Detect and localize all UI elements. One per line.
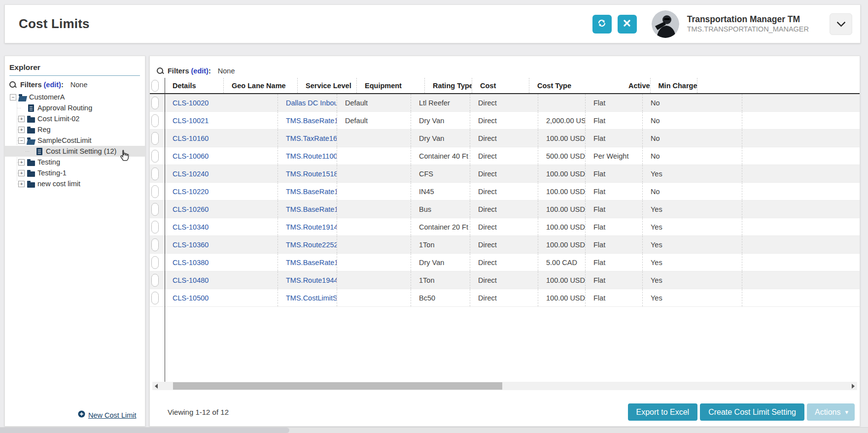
cell-geo-lane-link[interactable]: TMS.BaseRate19100 — [278, 112, 337, 129]
column-header[interactable]: Active — [621, 78, 651, 93]
user-avatar[interactable] — [652, 10, 679, 38]
cell-geo-lane-link[interactable]: TMS.Route19140 — [278, 218, 337, 235]
cell-details-link[interactable]: CLS-10060 — [165, 147, 278, 165]
cell-details-link[interactable]: CLS-10240 — [165, 165, 278, 182]
column-header[interactable]: Geo Lane Name — [224, 78, 298, 93]
column-header[interactable]: Cost Type — [529, 78, 621, 93]
cell-details-link[interactable]: CLS-10360 — [165, 236, 278, 253]
page-horizontal-scrollbar[interactable] — [0, 427, 868, 433]
user-menu-button[interactable] — [830, 13, 852, 35]
cell-service-level[interactable] — [337, 147, 411, 165]
new-cost-limit-link[interactable]: New Cost Limit — [78, 410, 137, 420]
tree-item[interactable]: Reg — [5, 124, 145, 135]
row-handle[interactable] — [151, 274, 159, 287]
cell-service-level[interactable] — [337, 130, 411, 147]
expander-icon[interactable] — [18, 159, 25, 166]
expander-icon[interactable] — [18, 137, 25, 144]
tree-item[interactable]: SampleCostLimit — [5, 135, 145, 146]
create-cost-limit-setting-button[interactable]: Create Cost Limit Setting — [700, 403, 804, 421]
tree-item[interactable]: new cost limit — [5, 178, 145, 189]
expander-icon[interactable] — [10, 94, 16, 100]
cell-geo-lane-link[interactable]: TMS.BaseRate19280 — [278, 200, 337, 218]
cell-service-level[interactable] — [337, 289, 411, 306]
cell-service-level[interactable]: Default — [337, 112, 411, 129]
cell-details-link[interactable]: CLS-10260 — [165, 200, 278, 218]
cell-service-level[interactable] — [337, 165, 411, 182]
scroll-right-arrow[interactable] — [849, 382, 857, 390]
cell-service-level[interactable] — [337, 183, 411, 200]
actions-dropdown-button[interactable]: Actions ▾ — [807, 403, 855, 421]
row-handle[interactable] — [151, 150, 159, 163]
column-header[interactable]: Cost — [472, 78, 529, 93]
tree-item[interactable]: Cost Limit-02 — [5, 113, 145, 124]
cell-geo-lane-link[interactable]: TMS.CostLimitSetting23761 — [278, 289, 337, 306]
cell-geo-lane-link[interactable]: TMS.BaseRate19560 — [278, 183, 337, 200]
column-header[interactable]: Details — [165, 78, 224, 93]
table-row[interactable]: CLS-10021 TMS.BaseRate19100 Default Dry … — [150, 112, 860, 130]
expander-icon[interactable] — [18, 181, 25, 187]
table-row[interactable]: CLS-10360 TMS.Route22521 1Ton Direct 100… — [150, 236, 860, 254]
cell-service-level[interactable] — [337, 218, 411, 235]
cell-details-link[interactable]: CLS-10380 — [165, 254, 278, 271]
table-row[interactable]: CLS-10480 TMS.Route19440 1Ton Direct 100… — [150, 271, 860, 289]
expander-icon[interactable] — [18, 170, 25, 176]
cell-service-level[interactable]: Default — [337, 94, 411, 111]
scroll-left-arrow[interactable] — [152, 382, 160, 390]
tree-item[interactable]: Approval Routing — [5, 102, 145, 113]
close-button[interactable] — [618, 15, 637, 33]
table-row[interactable]: CLS-10380 TMS.BaseRate19100 Dry Van Dire… — [150, 254, 860, 271]
column-header[interactable]: Equipment — [357, 78, 425, 93]
cell-geo-lane-link[interactable]: TMS.Route15180 — [278, 165, 337, 182]
tree-item[interactable]: CustomerA — [5, 92, 145, 102]
row-handle[interactable] — [151, 132, 159, 145]
table-horizontal-scrollbar[interactable] — [152, 382, 857, 390]
row-handle[interactable] — [151, 185, 159, 198]
cell-service-level[interactable] — [337, 200, 411, 218]
cell-service-level[interactable] — [337, 254, 411, 271]
row-handle[interactable] — [151, 114, 159, 127]
row-handle[interactable] — [151, 97, 159, 109]
cell-details-link[interactable]: CLS-10021 — [165, 112, 278, 129]
table-row[interactable]: CLS-10500 TMS.CostLimitSetting23761 Bc50… — [150, 289, 860, 307]
row-handle[interactable] — [151, 221, 159, 233]
expander-icon[interactable] — [18, 116, 25, 122]
row-handle[interactable] — [151, 292, 159, 304]
export-to-excel-button[interactable]: Export to Excel — [628, 403, 698, 421]
row-handle[interactable] — [151, 80, 159, 92]
cell-details-link[interactable]: CLS-10220 — [165, 183, 278, 200]
table-row[interactable]: CLS-10260 TMS.BaseRate19280 Bus Direct 1… — [150, 200, 860, 218]
table-row[interactable]: CLS-10340 TMS.Route19140 Container 20 Ft… — [150, 218, 860, 236]
cell-geo-lane-link[interactable]: TMS.Route19440 — [278, 271, 337, 289]
cell-service-level[interactable] — [337, 271, 411, 289]
cell-details-link[interactable]: CLS-10160 — [165, 130, 278, 147]
column-header[interactable]: Service Level — [298, 78, 357, 93]
filters-edit-link[interactable]: (edit) — [44, 81, 61, 89]
cell-details-link[interactable]: CLS-10480 — [165, 271, 278, 289]
refresh-button[interactable] — [592, 15, 612, 33]
row-handle[interactable] — [151, 256, 159, 269]
cell-details-link[interactable]: CLS-10500 — [165, 289, 278, 306]
table-row[interactable]: CLS-10020 Dallas DC Inbound Lane Default… — [150, 94, 860, 112]
row-handle[interactable] — [151, 238, 159, 251]
cell-geo-lane-link[interactable]: Dallas DC Inbound Lane — [278, 94, 337, 111]
expander-icon[interactable] — [18, 127, 25, 133]
table-row[interactable]: CLS-10160 TMS.TaxRate16180 Dry Van Direc… — [150, 130, 860, 147]
cell-geo-lane-link[interactable]: TMS.TaxRate16180 — [278, 130, 337, 147]
table-row[interactable]: CLS-10220 TMS.BaseRate19560 IN45 Direct … — [150, 183, 860, 200]
table-row[interactable]: CLS-10240 TMS.Route15180 CFS Direct 100.… — [150, 165, 860, 183]
page-scrollbar-thumb[interactable] — [0, 428, 289, 433]
cell-geo-lane-link[interactable]: TMS.Route11000 — [278, 147, 337, 165]
tree-item[interactable]: Testing-1 — [5, 167, 145, 178]
column-header[interactable]: Rating Type — [425, 78, 472, 93]
table-row[interactable]: CLS-10060 TMS.Route11000 Container 40 Ft… — [150, 147, 860, 165]
cell-details-link[interactable]: CLS-10340 — [165, 218, 278, 235]
cell-details-link[interactable]: CLS-10020 — [165, 94, 278, 111]
row-handle[interactable] — [151, 203, 159, 216]
cell-geo-lane-link[interactable]: TMS.BaseRate19100 — [278, 254, 337, 271]
row-handle[interactable] — [151, 167, 159, 180]
scrollbar-thumb[interactable] — [173, 382, 502, 390]
column-header[interactable]: Min Charge — [651, 78, 698, 93]
filters-edit-link[interactable]: (edit) — [191, 67, 208, 75]
cell-service-level[interactable] — [337, 236, 411, 253]
cell-geo-lane-link[interactable]: TMS.Route22521 — [278, 236, 337, 253]
